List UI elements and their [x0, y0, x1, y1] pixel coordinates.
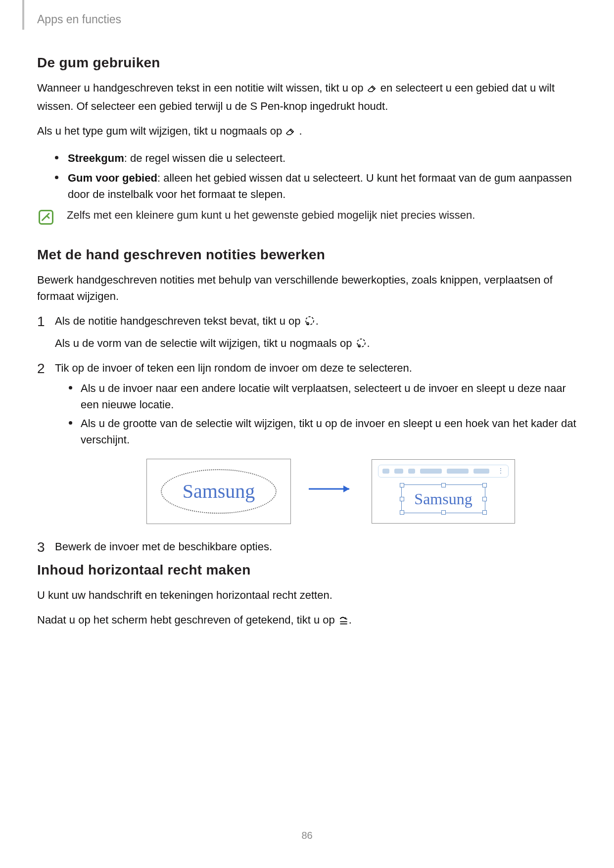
step-number: 2	[37, 358, 45, 379]
step-number: 3	[37, 537, 45, 557]
page-number: 86	[0, 830, 614, 841]
arrow-right-icon	[308, 483, 355, 500]
text: Als u het type gum wilt wijzigen, tikt u…	[37, 125, 285, 137]
heading-straighten: Inhoud horizontaal recht maken	[37, 562, 577, 578]
heading-gum: De gum gebruiken	[37, 55, 577, 71]
list-item-rest: : de regel wissen die u selecteert.	[124, 152, 286, 164]
text: Als de notitie handgeschreven tekst beva…	[55, 315, 304, 327]
paragraph: Bewerk handgeschreven notities met behul…	[37, 272, 577, 304]
selection-toolbar: ⋮	[378, 465, 509, 478]
paragraph: Als u de vorm van de selectie wilt wijzi…	[55, 336, 577, 354]
illustration: Samsung ⋮ Samsung	[85, 459, 577, 524]
text: Nadat u op het scherm hebt geschreven of…	[37, 614, 338, 626]
eraser-icon	[367, 82, 378, 98]
note-icon	[37, 208, 55, 228]
heading-edit-handwriting: Met de hand geschreven notities bewerken	[37, 247, 577, 263]
selection-bounding-box: Samsung	[401, 484, 485, 513]
handwriting-sample: Samsung	[414, 491, 472, 507]
paragraph: Wanneer u handgeschreven tekst in een no…	[37, 80, 577, 114]
paragraph: Bewerk de invoer met de beschikbare opti…	[55, 539, 577, 555]
paragraph: Nadat u op het scherm hebt geschreven of…	[37, 612, 577, 630]
illustration-before: Samsung	[146, 459, 291, 524]
paragraph: Tik op de invoer of teken een lijn rondo…	[55, 360, 577, 377]
paragraph: Als u het type gum wilt wijzigen, tikt u…	[37, 123, 577, 142]
step-number: 1	[37, 311, 45, 332]
step-item: 1 Als de notitie handgeschreven tekst be…	[37, 313, 577, 353]
list-item: Gum voor gebied: alleen het gebied wisse…	[55, 170, 577, 202]
list-item: Streekgum: de regel wissen die u selecte…	[55, 150, 577, 167]
handwriting-sample: Samsung	[183, 482, 255, 501]
step-item: 2 Tik op de invoer of teken een lijn ron…	[37, 360, 577, 524]
text: Als u de vorm van de selectie wilt wijzi…	[55, 337, 355, 349]
paragraph: U kunt uw handschrift en tekeningen hori…	[37, 587, 577, 604]
more-icon: ⋮	[498, 467, 504, 476]
list-item: Als u de invoer naar een andere locatie …	[69, 381, 577, 413]
text: .	[316, 315, 319, 327]
step-item: 3 Bewerk de invoer met de beschikbare op…	[37, 539, 577, 555]
list-item-term: Gum voor gebied	[68, 172, 157, 184]
list-item: Als u de grootte van de selectie wilt wi…	[69, 416, 577, 448]
header-accent-rule	[22, 0, 24, 30]
lasso-selection-outline: Samsung	[161, 469, 277, 514]
text: .	[299, 125, 302, 137]
text: Wanneer u handgeschreven tekst in een no…	[37, 82, 367, 94]
section-breadcrumb: Apps en functies	[37, 0, 577, 55]
lasso-icon	[355, 337, 367, 354]
lasso-icon	[304, 315, 316, 332]
text: .	[367, 337, 370, 349]
eraser-icon	[285, 125, 296, 142]
paragraph: Als de notitie handgeschreven tekst beva…	[55, 313, 577, 332]
illustration-after: ⋮ Samsung	[372, 459, 515, 524]
note-text: Zelfs met een kleinere gum kunt u het ge…	[67, 207, 475, 223]
list-item-term: Streekgum	[68, 152, 124, 164]
straighten-icon	[338, 614, 349, 630]
text: .	[349, 614, 352, 626]
